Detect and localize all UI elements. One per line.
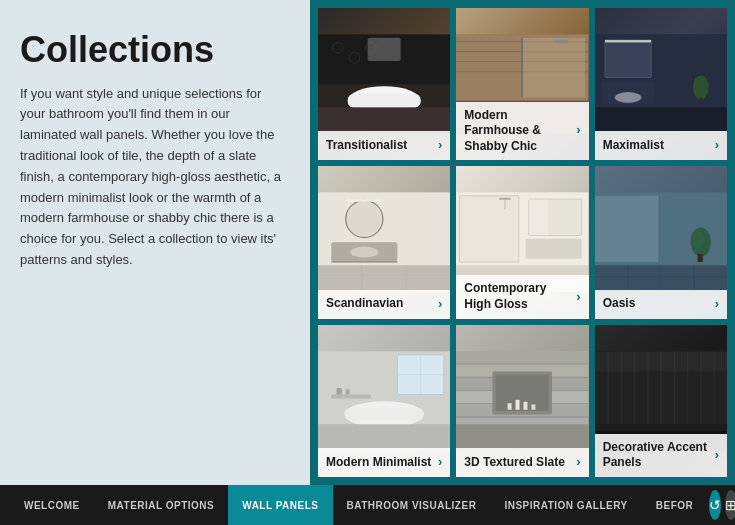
svg-rect-27 bbox=[595, 107, 727, 133]
card-label-contemporary-high-gloss: Contemporary High Gloss › bbox=[456, 275, 588, 318]
collection-card-modern-farmhouse[interactable]: Modern Farmhouse & Shabby Chic › bbox=[456, 8, 588, 160]
svg-rect-55 bbox=[697, 254, 702, 262]
svg-rect-23 bbox=[605, 40, 651, 43]
bottom-nav: WELCOME MATERIAL OPTIONS WALL PANELS BAT… bbox=[0, 485, 735, 525]
collection-card-maximalist[interactable]: Maximalist › bbox=[595, 8, 727, 160]
chevron-icon: › bbox=[438, 454, 442, 471]
main-content: Collections If you want style and unique… bbox=[0, 0, 735, 485]
svg-rect-31 bbox=[331, 261, 397, 263]
svg-rect-36 bbox=[318, 266, 450, 292]
svg-rect-71 bbox=[318, 424, 450, 450]
chevron-icon: › bbox=[715, 137, 719, 154]
svg-rect-22 bbox=[605, 41, 651, 77]
svg-point-33 bbox=[347, 202, 381, 236]
collection-card-3d-textured-slate[interactable]: 3D Textured Slate › bbox=[456, 325, 588, 477]
svg-rect-8 bbox=[368, 38, 401, 61]
card-label-oasis: Oasis › bbox=[595, 290, 727, 319]
nav-item-inspiration-gallery[interactable]: INSPIRATION GALLERY bbox=[490, 485, 641, 525]
chevron-icon: › bbox=[576, 122, 580, 139]
svg-point-35 bbox=[350, 246, 379, 258]
svg-rect-43 bbox=[499, 198, 511, 200]
grid-button[interactable]: ⊞ bbox=[725, 490, 735, 520]
svg-rect-65 bbox=[331, 394, 371, 398]
collections-grid: Transitionalist › bbox=[310, 0, 735, 485]
svg-point-24 bbox=[693, 76, 709, 100]
svg-point-54 bbox=[691, 229, 704, 249]
card-label-scandinavian: Scandinavian › bbox=[318, 290, 450, 319]
nav-item-welcome[interactable]: WELCOME bbox=[10, 485, 94, 525]
collection-card-decorative-accent[interactable]: Decorative Accent Panels › bbox=[595, 325, 727, 477]
svg-rect-83 bbox=[456, 416, 588, 417]
card-label-maximalist: Maximalist › bbox=[595, 131, 727, 160]
svg-point-26 bbox=[615, 92, 641, 103]
nav-item-wall-panels[interactable]: WALL PANELS bbox=[228, 485, 332, 525]
svg-rect-75 bbox=[456, 363, 588, 364]
left-panel: Collections If you want style and unique… bbox=[0, 0, 310, 485]
chevron-icon: › bbox=[715, 296, 719, 313]
svg-rect-102 bbox=[595, 351, 727, 371]
collection-card-transitionalist[interactable]: Transitionalist › bbox=[318, 8, 450, 160]
svg-rect-104 bbox=[595, 424, 727, 431]
svg-rect-15 bbox=[522, 38, 585, 98]
svg-rect-45 bbox=[526, 239, 582, 259]
refresh-button[interactable]: ↺ bbox=[709, 490, 721, 520]
svg-rect-66 bbox=[337, 388, 342, 395]
collection-card-oasis[interactable]: Oasis › bbox=[595, 166, 727, 318]
chevron-icon: › bbox=[438, 296, 442, 313]
card-label-decorative-accent: Decorative Accent Panels › bbox=[595, 434, 727, 477]
nav-item-before-after[interactable]: BEFOR bbox=[642, 485, 708, 525]
chevron-icon: › bbox=[576, 289, 580, 306]
svg-rect-2 bbox=[348, 94, 421, 107]
page-title: Collections bbox=[20, 30, 285, 70]
chevron-icon: › bbox=[715, 447, 719, 464]
description-text: If you want style and unique selections … bbox=[20, 84, 285, 271]
card-label-3d-textured-slate: 3D Textured Slate › bbox=[456, 448, 588, 477]
collection-card-contemporary-high-gloss[interactable]: Contemporary High Gloss › bbox=[456, 166, 588, 318]
chevron-icon: › bbox=[576, 454, 580, 471]
collection-card-scandinavian[interactable]: Scandinavian › bbox=[318, 166, 450, 318]
svg-rect-51 bbox=[595, 196, 658, 262]
svg-rect-74 bbox=[456, 351, 588, 363]
svg-rect-87 bbox=[516, 399, 520, 409]
svg-rect-89 bbox=[532, 404, 536, 409]
chevron-icon: › bbox=[438, 137, 442, 154]
svg-rect-17 bbox=[556, 40, 569, 43]
svg-rect-47 bbox=[529, 199, 549, 235]
nav-item-material-options[interactable]: MATERIAL OPTIONS bbox=[94, 485, 229, 525]
svg-rect-90 bbox=[456, 424, 588, 450]
svg-rect-85 bbox=[496, 374, 549, 410]
svg-rect-64 bbox=[344, 407, 423, 419]
card-label-modern-farmhouse: Modern Farmhouse & Shabby Chic › bbox=[456, 102, 588, 161]
card-label-modern-minimalist: Modern Minimalist › bbox=[318, 448, 450, 477]
svg-rect-86 bbox=[508, 403, 512, 410]
svg-rect-34 bbox=[346, 199, 383, 202]
svg-rect-42 bbox=[460, 196, 520, 262]
collection-card-modern-minimalist[interactable]: Modern Minimalist › bbox=[318, 325, 450, 477]
nav-item-bathroom-visualizer[interactable]: BATHROOM VISUALIZER bbox=[333, 485, 491, 525]
svg-rect-88 bbox=[524, 401, 528, 409]
svg-rect-67 bbox=[346, 389, 350, 394]
svg-rect-7 bbox=[318, 107, 450, 133]
card-label-transitionalist: Transitionalist › bbox=[318, 131, 450, 160]
